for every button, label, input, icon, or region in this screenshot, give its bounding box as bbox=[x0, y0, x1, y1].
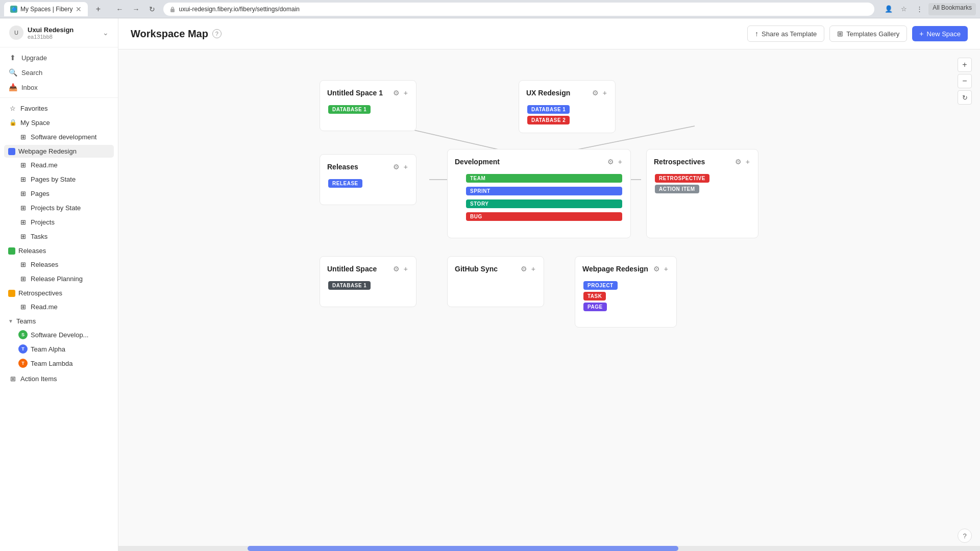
sidebar-item-pages-by-state[interactable]: ⊞ Pages by State bbox=[4, 172, 114, 186]
card-header-github: GitHub Sync ⚙ + bbox=[455, 264, 536, 274]
browser-tab[interactable]: 🔷 My Spaces | Fibery ✕ bbox=[4, 2, 88, 16]
card-settings-icon[interactable]: ⚙ bbox=[392, 88, 401, 98]
zoom-in-button[interactable]: + bbox=[958, 58, 972, 72]
share-template-button[interactable]: ↑ Share as Template bbox=[747, 26, 824, 42]
sidebar-item-retrospectives[interactable]: Retrospectives bbox=[4, 287, 114, 299]
card-title-development: Development bbox=[455, 158, 500, 166]
db-tag-dev-sprint[interactable]: SPRINT bbox=[466, 187, 622, 195]
card-untitled2-settings-icon[interactable]: ⚙ bbox=[392, 264, 401, 274]
tab-title: My Spaces | Fibery bbox=[20, 6, 72, 13]
help-icon[interactable]: ? bbox=[212, 29, 222, 38]
lock-nav-icon: 🔒 bbox=[8, 118, 17, 127]
zoom-out-button[interactable]: − bbox=[958, 74, 972, 88]
db-tag-ux-2[interactable]: DATABASE 2 bbox=[527, 116, 570, 124]
sidebar-item-software-dev[interactable]: ⊞ Software development bbox=[4, 130, 114, 144]
sidebar-item-projects-by-state[interactable]: ⊞ Projects by State bbox=[4, 201, 114, 215]
workspace-canvas[interactable]: + − ↻ bbox=[118, 49, 980, 546]
sidebar-item-tasks[interactable]: ⊞ Tasks bbox=[4, 229, 114, 243]
extensions-icon[interactable]: ⋮ bbox=[913, 3, 925, 15]
action-items-label: Action Items bbox=[20, 375, 110, 383]
db-tag-dev-bug[interactable]: BUG bbox=[466, 212, 622, 221]
db-tag-webpage-project[interactable]: PROJECT bbox=[583, 281, 618, 290]
card-dev-add-icon[interactable]: + bbox=[617, 157, 623, 167]
db-tag-webpage-task[interactable]: TASK bbox=[583, 292, 606, 300]
card-dev-settings-icon[interactable]: ⚙ bbox=[606, 157, 615, 167]
db-tag-ux-1[interactable]: DATABASE 1 bbox=[527, 105, 570, 114]
card-releases-settings-icon[interactable]: ⚙ bbox=[392, 162, 401, 172]
refresh-button[interactable]: ↻ bbox=[145, 2, 159, 16]
db-tag-releases-1[interactable]: RELEASE bbox=[328, 179, 362, 188]
card-github-settings-icon[interactable]: ⚙ bbox=[520, 264, 528, 274]
sidebar-item-retro-readme[interactable]: ⊞ Read.me bbox=[4, 299, 114, 314]
sidebar-item-software-develop[interactable]: S Software Develop... bbox=[4, 328, 114, 342]
sidebar-item-release-planning[interactable]: ⊞ Release Planning bbox=[4, 271, 114, 286]
db-tag-retro-2[interactable]: ACTION ITEM bbox=[655, 185, 699, 193]
upgrade-item[interactable]: ⬆ Upgrade bbox=[4, 51, 114, 65]
new-tab-button[interactable]: + bbox=[92, 3, 104, 15]
projects-by-state-label: Projects by State bbox=[31, 204, 110, 212]
workspace-selector[interactable]: U Uxui Redesign ea131bb8 ⌄ bbox=[6, 23, 112, 42]
tab-close-btn[interactable]: ✕ bbox=[76, 5, 82, 13]
space-card-ux-redesign: UX Redesign ⚙ + DATABASE 1 DATABASE 2 bbox=[519, 80, 616, 133]
sidebar-item-teams[interactable]: ▼ Teams bbox=[4, 315, 114, 328]
card-title-retrospectives: Retrospectives bbox=[654, 158, 705, 166]
canvas-refresh-button[interactable]: ↻ bbox=[958, 90, 972, 105]
tasks-label: Tasks bbox=[31, 233, 110, 240]
card-retro-settings-icon[interactable]: ⚙ bbox=[734, 157, 743, 167]
sidebar-item-myspace[interactable]: 🔒 My Space bbox=[4, 115, 114, 130]
sidebar-item-releases-sub[interactable]: ⊞ Releases bbox=[4, 257, 114, 271]
db-tag-retro-1[interactable]: RETROSPECTIVE bbox=[655, 174, 709, 183]
lock-icon bbox=[169, 6, 176, 12]
search-item[interactable]: 🔍 Search bbox=[4, 65, 114, 80]
db-tag-untitled2-1[interactable]: DATABASE 1 bbox=[328, 281, 371, 290]
space-card-webpage-redesign: Webpage Redesign ⚙ + PROJECT TASK PAGE bbox=[575, 256, 677, 328]
card-github-add-icon[interactable]: + bbox=[530, 264, 536, 274]
templates-gallery-button[interactable]: ⊞ Templates Gallery bbox=[829, 26, 907, 42]
card-releases-add-icon[interactable]: + bbox=[403, 162, 409, 172]
card-retro-add-icon[interactable]: + bbox=[745, 157, 751, 167]
address-bar[interactable]: uxui-redesign.fibery.io/fibery/settings/… bbox=[163, 3, 874, 16]
db-tag-webpage-page[interactable]: PAGE bbox=[583, 303, 607, 311]
bottom-scrollbar[interactable] bbox=[118, 546, 980, 551]
inbox-item[interactable]: 📥 Inbox bbox=[4, 80, 114, 94]
card-untitled2-add-icon[interactable]: + bbox=[403, 264, 409, 274]
db-tag-untitled1-1[interactable]: DATABASE 1 bbox=[328, 105, 371, 114]
card-webpage-add-icon[interactable]: + bbox=[663, 264, 669, 274]
sidebar-item-action-items[interactable]: ⊞ Action Items bbox=[4, 371, 114, 386]
card-actions-retrospectives: ⚙ + bbox=[734, 157, 751, 167]
forward-button[interactable]: → bbox=[129, 2, 143, 16]
sidebar-item-projects[interactable]: ⊞ Projects bbox=[4, 215, 114, 229]
sidebar-item-readme[interactable]: ⊞ Read.me bbox=[4, 158, 114, 172]
card-add-icon[interactable]: + bbox=[403, 88, 409, 98]
sidebar-header: U Uxui Redesign ea131bb8 ⌄ bbox=[0, 18, 118, 47]
new-space-button[interactable]: + New Space bbox=[912, 26, 968, 41]
sidebar-item-releases[interactable]: Releases bbox=[4, 244, 114, 257]
sidebar-section-releases: Releases ⊞ Releases ⊞ Release Planning bbox=[4, 244, 114, 286]
card-title-untitled2: Untitled Space bbox=[327, 265, 377, 273]
scrollbar-thumb[interactable] bbox=[248, 546, 678, 551]
back-button[interactable]: ← bbox=[112, 2, 127, 16]
canvas-controls: + − ↻ bbox=[958, 58, 972, 105]
bookmark-icon[interactable]: ☆ bbox=[898, 3, 910, 15]
profile-icon[interactable]: 👤 bbox=[883, 3, 895, 15]
card-databases-untitled2: DATABASE 1 bbox=[327, 280, 409, 291]
team-avatar-software: S bbox=[18, 330, 28, 339]
sidebar-section-webpage: Webpage Redesign ⊞ Read.me ⊞ Pages by St… bbox=[4, 145, 114, 243]
sidebar-item-pages[interactable]: ⊞ Pages bbox=[4, 186, 114, 201]
sidebar-item-favorites[interactable]: ☆ Favorites bbox=[4, 101, 114, 115]
db-tag-dev-team[interactable]: TEAM bbox=[466, 174, 622, 183]
grid8-icon: ⊞ bbox=[18, 274, 28, 283]
sidebar-item-team-lambda[interactable]: T Team Lambda bbox=[4, 356, 114, 370]
card-header-development: Development ⚙ + bbox=[455, 157, 623, 167]
templates-gallery-label: Templates Gallery bbox=[846, 30, 899, 38]
sidebar-item-team-alpha[interactable]: T Team Alpha bbox=[4, 342, 114, 356]
db-tag-dev-story[interactable]: STORY bbox=[466, 199, 622, 208]
star-icon: ☆ bbox=[8, 104, 17, 113]
card-webpage-settings-icon[interactable]: ⚙ bbox=[652, 264, 661, 274]
card-ux-settings-icon[interactable]: ⚙ bbox=[591, 88, 600, 98]
sidebar-item-webpage-redesign[interactable]: Webpage Redesign bbox=[4, 145, 114, 158]
grid6-icon: ⊞ bbox=[18, 232, 28, 241]
gallery-icon: ⊞ bbox=[837, 30, 843, 38]
global-help-button[interactable]: ? bbox=[958, 529, 972, 543]
card-ux-add-icon[interactable]: + bbox=[602, 88, 608, 98]
